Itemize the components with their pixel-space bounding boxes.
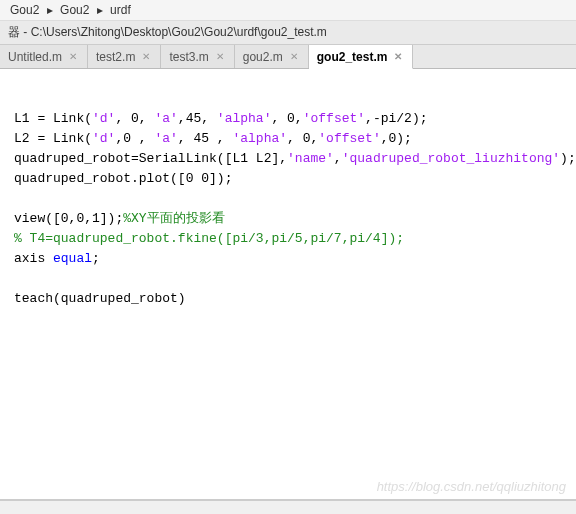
editor-tabs: Untitled.m ✕ test2.m ✕ test3.m ✕ gou2.m …	[0, 45, 576, 69]
tab-gou2[interactable]: gou2.m ✕	[235, 45, 309, 68]
watermark: https://blog.csdn.net/qqliuzhitong	[377, 479, 566, 494]
close-icon[interactable]: ✕	[288, 51, 300, 62]
breadcrumb-item[interactable]: Gou2	[60, 3, 89, 17]
tab-label: Untitled.m	[8, 50, 62, 64]
tab-label: test3.m	[169, 50, 208, 64]
code-editor[interactable]: L1 = Link('d', 0, 'a',45, 'alpha', 0,'of…	[0, 69, 576, 513]
tab-gou2-test[interactable]: gou2_test.m ✕	[309, 45, 414, 69]
breadcrumb[interactable]: Gou2 ▸ Gou2 ▸ urdf	[0, 0, 576, 21]
tab-label: test2.m	[96, 50, 135, 64]
status-bar	[0, 500, 576, 514]
tab-untitled[interactable]: Untitled.m ✕	[0, 45, 88, 68]
breadcrumb-item[interactable]: Gou2	[10, 3, 39, 17]
breadcrumb-sep: ▸	[97, 3, 103, 17]
tab-test3[interactable]: test3.m ✕	[161, 45, 234, 68]
tab-test2[interactable]: test2.m ✕	[88, 45, 161, 68]
breadcrumb-item[interactable]: urdf	[110, 3, 131, 17]
close-icon[interactable]: ✕	[214, 51, 226, 62]
close-icon[interactable]: ✕	[140, 51, 152, 62]
tab-label: gou2.m	[243, 50, 283, 64]
close-icon[interactable]: ✕	[392, 51, 404, 62]
tab-label: gou2_test.m	[317, 50, 388, 64]
breadcrumb-sep: ▸	[47, 3, 53, 17]
window-title: 器 - C:\Users\Zhitong\Desktop\Gou2\Gou2\u…	[0, 21, 576, 45]
close-icon[interactable]: ✕	[67, 51, 79, 62]
